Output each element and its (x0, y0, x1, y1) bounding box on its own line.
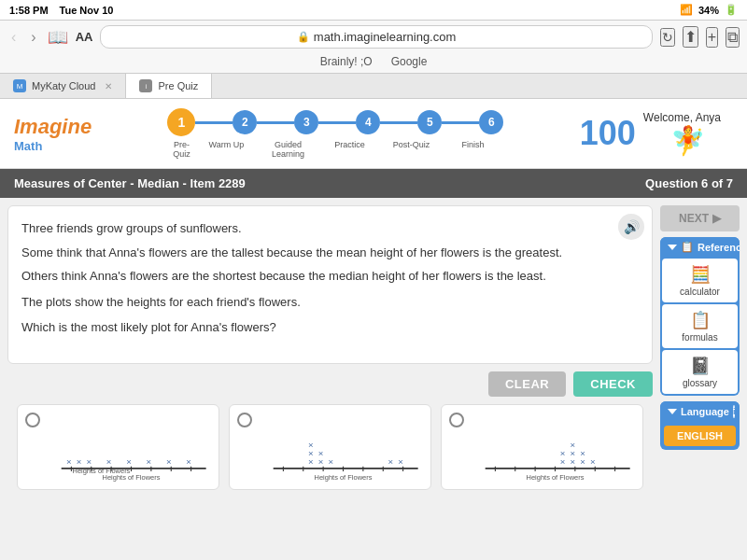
bookmark-google[interactable]: Google (391, 55, 428, 68)
svg-text:×: × (77, 456, 82, 467)
main-content: 🔊 Three friends grow groups of sunflower… (0, 198, 747, 497)
status-bar: 1:58 PM Tue Nov 10 📶 34% 🔋 (0, 0, 747, 21)
question-line-4: The plots show the heights for each frie… (21, 293, 639, 312)
tabs-button[interactable]: ⧉ (726, 27, 740, 48)
text-size-label: AA (76, 30, 93, 44)
language-panel: Language i ENGLISH (660, 401, 740, 450)
logo-imagine: Imagine (14, 115, 92, 139)
language-triangle (668, 409, 677, 414)
status-day: Tue Nov 10 (60, 5, 114, 16)
status-time: 1:58 PM (9, 5, 49, 16)
formulas-icon: 📋 (666, 310, 734, 330)
svg-text:×: × (166, 456, 172, 467)
step-label-6: Finish (442, 140, 503, 159)
back-button[interactable]: ‹ (7, 27, 20, 48)
question-text: Three friends grow groups of sunflowers.… (21, 219, 639, 337)
glossary-label: glossary (666, 378, 734, 388)
svg-text:×: × (560, 448, 566, 458)
glossary-tool[interactable]: 📓 glossary (662, 350, 738, 394)
svg-text:×: × (86, 456, 92, 467)
logo-math: Math (14, 139, 92, 153)
check-button[interactable]: CHECK (573, 371, 653, 397)
tab-mykaty[interactable]: M MyKaty Cloud ✕ (0, 74, 126, 98)
step-4: 4 (356, 110, 380, 134)
svg-text:×: × (147, 456, 152, 467)
progress-line-5 (442, 121, 479, 124)
reference-title: Reference (698, 242, 740, 253)
svg-text:Heights of Flowers: Heights of Flowers (315, 473, 373, 482)
step-label-4: Practice (318, 140, 380, 159)
reference-header: 📋 Reference (660, 237, 740, 257)
svg-text:×: × (106, 456, 112, 467)
app-container: Imagine Math 1 2 3 4 5 6 Pre-Quiz Warm U… (0, 99, 747, 497)
step-2: 2 (233, 110, 257, 134)
prequiz-icon: i (139, 79, 152, 92)
reference-icon: 📋 (681, 241, 694, 253)
sound-button[interactable]: 🔊 (618, 214, 644, 240)
step-6: 6 (479, 110, 503, 134)
svg-text:×: × (318, 448, 324, 458)
dot-plot-b: × × × × × × × × Heights of Flowers (263, 416, 423, 482)
svg-text:×: × (308, 440, 314, 450)
language-header: Language i (660, 401, 740, 422)
mascot-icon: 🧚 (670, 124, 705, 157)
wifi-icon: 📶 (680, 4, 693, 16)
right-panel: NEXT ▶ 📋 Reference 🧮 calculator 📋 formul… (660, 205, 740, 490)
browser-bookmarks: Brainly! ;O Google (0, 53, 747, 73)
svg-text:×: × (388, 456, 394, 467)
dot-plot-c: × × × × × × × × Heights of Flowers (475, 416, 635, 482)
score-area: 100 Welcome, Anya 🧚 (580, 111, 733, 157)
svg-text:Heights of Flowers: Heights of Flowers (527, 473, 585, 482)
share-button[interactable]: ⬆ (683, 26, 698, 48)
step-3: 3 (294, 110, 318, 134)
browser-chrome: ‹ › 📖 AA 🔒 math.imaginelearning.com ↻ ⬆ … (0, 21, 747, 74)
formulas-tool[interactable]: 📋 formulas (662, 304, 738, 348)
step-label-5: Post-Quiz (380, 140, 442, 159)
mykaty-icon: M (13, 79, 26, 92)
battery-icon: 🔋 (725, 4, 738, 16)
progress-line-2 (257, 121, 294, 124)
logo-area: Imagine Math (14, 115, 92, 153)
option-c[interactable]: × × × × × × × × Heights of Flowers (441, 404, 643, 490)
question-box: 🔊 Three friends grow groups of sunflower… (7, 205, 653, 364)
action-buttons: CLEAR CHECK (7, 371, 653, 397)
dropdown-arrow (724, 115, 733, 120)
question-line-1: Three friends grow groups of sunflowers. (21, 219, 639, 238)
progress-steps: 1 2 3 4 5 6 (167, 108, 503, 136)
bookmark-brainly[interactable]: Brainly! ;O (320, 55, 373, 68)
score-value: 100 (580, 114, 636, 153)
clear-button[interactable]: CLEAR (488, 371, 566, 397)
option-c-radio[interactable] (449, 413, 464, 427)
forward-button[interactable]: › (27, 27, 39, 48)
tab-mykaty-close[interactable]: ✕ (105, 81, 112, 91)
reference-panel: 📋 Reference 🧮 calculator 📋 formulas 📓 gl… (660, 237, 740, 396)
english-button[interactable]: ENGLISH (664, 426, 736, 446)
svg-text:Heights of Flowers: Heights of Flowers (103, 473, 161, 482)
progress-area: 1 2 3 4 5 6 Pre-Quiz Warm Up GuidedLearn… (110, 108, 561, 159)
calculator-tool[interactable]: 🧮 calculator (662, 259, 738, 302)
step-label-1: Pre-Quiz (167, 140, 195, 159)
url-text: math.imaginelearning.com (314, 30, 456, 44)
svg-text:×: × (580, 448, 585, 458)
step-5: 5 (417, 110, 442, 134)
question-line-5: Which is the most likely plot for Anna's… (21, 318, 639, 337)
option-a-radio[interactable] (25, 413, 40, 427)
question-area: 🔊 Three friends grow groups of sunflower… (7, 205, 653, 490)
next-button[interactable]: NEXT ▶ (660, 205, 740, 231)
battery-level: 34% (698, 5, 719, 16)
option-a[interactable]: × × × × × × × × Heights of Flowers Heigh… (17, 404, 219, 490)
calculator-icon: 🧮 (666, 264, 734, 285)
tab-mykaty-label: MyKaty Cloud (32, 80, 95, 91)
option-b[interactable]: × × × × × × × × Heights of Flowers (229, 404, 431, 490)
step-labels: Pre-Quiz Warm Up GuidedLearning Practice… (167, 140, 503, 159)
tab-prequiz[interactable]: i Pre Quiz (126, 74, 212, 98)
svg-text:×: × (66, 456, 72, 467)
formulas-label: formulas (666, 332, 734, 343)
option-b-radio[interactable] (237, 413, 252, 427)
add-tab-button[interactable]: + (706, 27, 718, 48)
address-bar[interactable]: 🔒 math.imaginelearning.com (100, 25, 652, 49)
step-label-2: Warm Up (195, 140, 257, 159)
reload-button[interactable]: ↻ (660, 28, 675, 47)
svg-text:×: × (590, 456, 596, 467)
language-info-icon: i (733, 405, 736, 418)
